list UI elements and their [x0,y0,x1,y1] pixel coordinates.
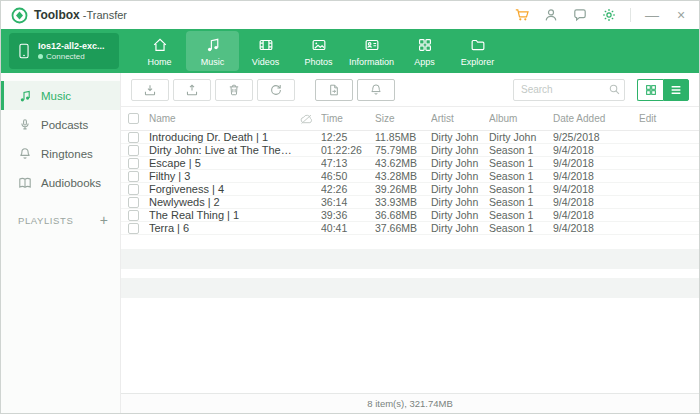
sidebar-item-label: Audiobooks [41,177,101,189]
device-status-label: Connected [46,52,85,61]
column-edit[interactable]: Edit [639,113,699,124]
table-row[interactable]: Escape | 5 47:13 43.62MB Dirty John Seas… [121,157,699,170]
column-time[interactable]: Time [321,113,375,124]
grid-view-button[interactable] [637,79,663,101]
close-button[interactable]: × [673,8,689,22]
column-name[interactable]: Name [149,113,299,124]
nav-home[interactable]: Home [133,31,186,71]
settings-gear-icon[interactable] [601,7,617,23]
song-date-added: 9/4/2018 [553,144,639,156]
column-artist[interactable]: Artist [431,113,489,124]
delete-button[interactable] [215,79,253,101]
cloud-slash-icon [299,112,313,126]
nav-apps[interactable]: Apps [398,31,451,71]
empty-row-stripe [121,278,699,298]
main-header: Ios12-all2-exc... Connected Home [1,29,699,73]
column-date-added[interactable]: Date Added [553,113,639,124]
export-button[interactable] [173,79,211,101]
column-size[interactable]: Size [375,113,431,124]
row-checkbox[interactable] [128,158,139,169]
nav-label: Explorer [461,57,495,67]
nav-information[interactable]: Information [345,31,398,71]
refresh-button[interactable] [257,79,295,101]
song-name: Dirty John: Live at The Theatre at... [149,144,299,156]
sidebar-item-audiobooks[interactable]: Audiobooks [1,168,120,197]
grid-icon [644,83,658,97]
nav-label: Videos [252,57,279,67]
nav-explorer[interactable]: Explorer [451,31,504,71]
song-size: 43.28MB [375,170,431,182]
song-time: 42:26 [321,183,375,195]
photos-icon [310,36,328,54]
sidebar-item-music[interactable]: Music [1,81,120,110]
app-name: Toolbox [34,8,80,22]
store-cart-icon[interactable] [514,7,530,23]
song-album: Dirty John [489,131,553,143]
song-size: 39.26MB [375,183,431,195]
feedback-icon[interactable] [572,7,588,23]
app-title-suffix: -Transfer [83,9,127,21]
column-album[interactable]: Album [489,113,553,124]
list-view-button[interactable] [663,79,689,101]
trash-icon [227,83,241,97]
empty-area [121,235,699,393]
song-artist: Dirty John [431,170,489,182]
connected-dot [38,54,43,59]
body: Music Podcasts Ringtones [1,73,699,413]
information-icon [363,36,381,54]
notifications-button[interactable] [357,79,395,101]
sidebar-item-podcasts[interactable]: Podcasts [1,110,120,139]
import-button[interactable] [131,79,169,101]
nav-photos[interactable]: Photos [292,31,345,71]
home-icon [151,36,169,54]
send-to-device-button[interactable] [315,79,353,101]
table-row[interactable]: Introducing Dr. Death | 1 12:25 11.85MB … [121,131,699,144]
song-name: Forgiveness | 4 [149,183,299,195]
column-cloud[interactable] [299,112,321,126]
song-artist: Dirty John [431,196,489,208]
nav-videos[interactable]: Videos [239,31,292,71]
titlebar-actions: — × [514,7,689,23]
sidebar-item-label: Ringtones [41,148,93,160]
table-row[interactable]: Forgiveness | 4 42:26 39.26MB Dirty John… [121,183,699,196]
table-row[interactable]: Newlyweds | 2 36:14 33.93MB Dirty John S… [121,196,699,209]
song-size: 33.93MB [375,196,431,208]
sidebar-item-ringtones[interactable]: Ringtones [1,139,120,168]
apps-icon [416,36,434,54]
table-row[interactable]: The Real Thing | 1 39:36 36.68MB Dirty J… [121,209,699,222]
song-artist: Dirty John [431,131,489,143]
titlebar-divider [630,8,631,22]
podcast-mic-icon [18,118,32,132]
song-name: Filthy | 3 [149,170,299,182]
song-date-added: 9/4/2018 [553,183,639,195]
item-count-summary: 8 item(s), 321.74MB [367,398,453,409]
search-icon [608,83,621,96]
row-checkbox[interactable] [128,145,139,156]
song-name: Newlyweds | 2 [149,196,299,208]
song-date-added: 9/4/2018 [553,209,639,221]
song-name: The Real Thing | 1 [149,209,299,221]
nav-label: Apps [414,57,435,67]
minimize-button[interactable]: — [644,8,660,22]
table-row[interactable]: Dirty John: Live at The Theatre at... 01… [121,144,699,157]
song-artist: Dirty John [431,144,489,156]
row-checkbox[interactable] [128,171,139,182]
song-artist: Dirty John [431,209,489,221]
device-card[interactable]: Ios12-all2-exc... Connected [9,33,119,69]
view-toggle [637,79,689,101]
row-checkbox[interactable] [128,223,139,234]
row-checkbox[interactable] [128,210,139,221]
app-window: Toolbox -Transfer — × [0,0,700,414]
row-checkbox[interactable] [128,132,139,143]
select-all-checkbox[interactable] [128,113,139,124]
table-row[interactable]: Filthy | 3 46:50 43.28MB Dirty John Seas… [121,170,699,183]
add-playlist-button[interactable]: + [100,213,108,227]
account-icon[interactable] [543,7,559,23]
song-time: 47:13 [321,157,375,169]
explorer-folder-icon [469,36,487,54]
row-checkbox[interactable] [128,184,139,195]
nav-music[interactable]: Music [186,31,239,71]
table-row[interactable]: Terra | 6 40:41 37.66MB Dirty John Seaso… [121,222,699,235]
sidebar: Music Podcasts Ringtones [1,73,121,413]
row-checkbox[interactable] [128,197,139,208]
